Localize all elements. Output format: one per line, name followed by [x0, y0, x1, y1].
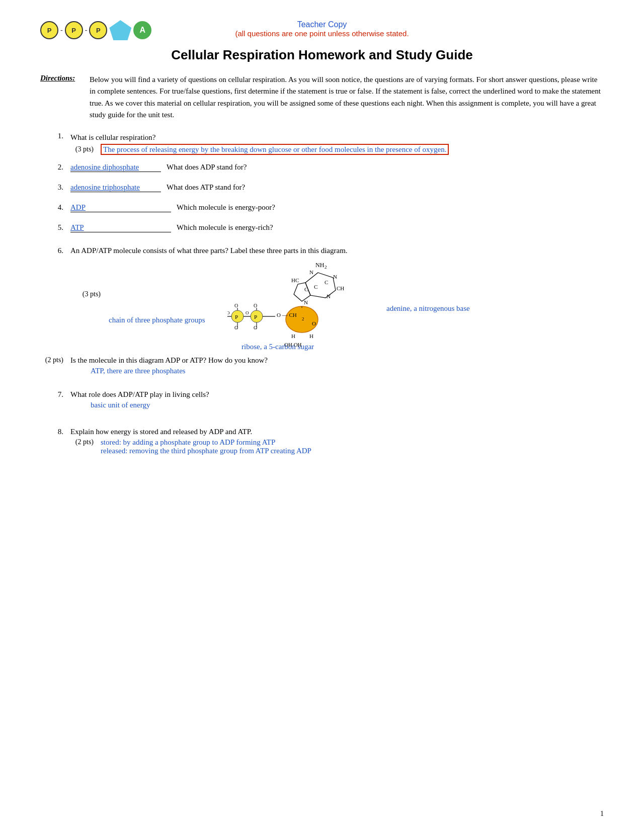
q6-number: 6. [40, 246, 70, 351]
q6sub-text: Is the molecule in this diagram ADP or A… [70, 356, 268, 365]
svg-text:O — CH: O — CH [277, 312, 297, 318]
subtitle-label: (all questions are one point unless othe… [235, 29, 409, 38]
svg-text:H: H [309, 333, 313, 339]
adenine-ring: HC N N N N CH C C C [291, 269, 344, 305]
svg-text:N: N [333, 274, 337, 280]
svg-text:N: N [309, 269, 313, 275]
q1-answer: The process of releasing energy by the b… [101, 145, 449, 154]
teacher-copy-label: Teacher Copy [235, 20, 409, 29]
svg-text:O: O [254, 303, 257, 308]
q2-number: 2. [40, 163, 70, 172]
q4-answer: ADP [70, 203, 171, 212]
q8-pts: (2 pts) [70, 438, 101, 455]
q6sub-answer: ATP, there are three phosphates [70, 367, 268, 375]
q2-content: adenosine diphosphate What does ADP stan… [70, 163, 247, 172]
q1-number: 1. [40, 132, 70, 154]
logo: P - P - P A [40, 20, 151, 40]
q7-text: What role does ADP/ATP play in living ce… [70, 390, 209, 399]
q3-text: What does ATP stand for? [167, 183, 245, 191]
q1-text: What is cellular respiration? [70, 132, 604, 143]
q2-text: What does ADP stand for? [167, 163, 247, 171]
directions-label: Directions: [40, 74, 86, 82]
svg-text:CH: CH [337, 285, 344, 291]
svg-text:2: 2 [302, 316, 304, 321]
q5-answer: ATP [70, 223, 171, 232]
q8-answer: stored: by adding a phosphate group to A… [101, 438, 311, 455]
q1-answer-boxed: The process of releasing energy by the b… [101, 144, 449, 155]
logo-pentagon [109, 20, 131, 40]
question-2: 2. adenosine diphosphate What does ADP s… [40, 163, 604, 172]
svg-text:HC: HC [291, 277, 299, 283]
q7-answer: basic unit of energy [70, 401, 209, 409]
q3-content: adenosine triphosphate What does ATP sta… [70, 183, 245, 192]
q1-content: What is cellular respiration? (3 pts) Th… [70, 132, 604, 154]
q8-answer-line2: released: removing the third phosphate g… [101, 447, 311, 455]
question-4: 4. ADP Which molecule is energy-poor? [40, 203, 604, 212]
question-8: 8. Explain how energy is stored and rele… [40, 428, 604, 455]
directions-block: Directions: Below you will find a variet… [40, 74, 604, 121]
q6-diagram: NH 2 HC N N [227, 260, 378, 353]
q6sub-pts: (2 pts) [40, 356, 70, 375]
logo-p1: P [40, 21, 58, 39]
q4-number: 4. [40, 203, 70, 212]
q6-pts: (3 pts) [70, 260, 101, 298]
svg-text:NH: NH [315, 262, 325, 269]
q6sub-content: Is the molecule in this diagram ADP or A… [70, 356, 268, 375]
svg-text:O: O [234, 303, 238, 308]
svg-text:C: C [304, 286, 308, 292]
q1-answer-row: (3 pts) The process of releasing energy … [70, 145, 604, 154]
q3-number: 3. [40, 183, 70, 192]
q6-content: An ADP/ATP molecule consists of what thr… [70, 246, 470, 351]
atp-molecule-svg: NH 2 HC N N [227, 260, 378, 351]
logo-a: A [133, 21, 151, 39]
q8-number: 8. [40, 428, 70, 455]
q6-diagram-row: (3 pts) chain of three phosphate groups … [70, 260, 470, 353]
directions-text: Below you will find a variety of questio… [90, 74, 604, 121]
q5-text: Which molecule is energy-rich? [177, 223, 273, 231]
svg-text:O: O [246, 310, 249, 315]
page-header: P - P - P A Teacher Copy (all questions … [40, 20, 604, 38]
q5-number: 5. [40, 223, 70, 232]
logo-p2: P [65, 21, 83, 39]
question-3: 3. adenosine triphosphate What does ATP … [40, 183, 604, 192]
question-6-sub: (2 pts) Is the molecule in this diagram … [40, 356, 604, 375]
logo-dash2: - [85, 26, 88, 34]
q8-answer-line1: stored: by adding a phosphate group to A… [101, 438, 311, 447]
header-title-block: Teacher Copy (all questions are one poin… [235, 20, 409, 38]
q6-label-phosphate: chain of three phosphate groups [109, 288, 219, 324]
q1-pts: (3 pts) [70, 145, 101, 154]
svg-text:2: 2 [325, 265, 327, 270]
main-title: Cellular Respiration Homework and Study … [40, 47, 604, 63]
svg-text:O: O [312, 320, 316, 326]
q5-content: ATP Which molecule is energy-rich? [70, 223, 273, 232]
question-1: 1. What is cellular respiration? (3 pts)… [40, 132, 604, 154]
q7-number: 7. [40, 390, 70, 409]
q4-content: ADP Which molecule is energy-poor? [70, 203, 275, 212]
logo-dash1: - [60, 26, 63, 34]
page-number: 1 [600, 810, 604, 818]
svg-text:H: H [291, 333, 295, 339]
question-6: 6. An ADP/ATP molecule consists of what … [40, 246, 604, 351]
question-7: 7. What role does ADP/ATP play in living… [40, 390, 604, 409]
question-5: 5. ATP Which molecule is energy-rich? [40, 223, 604, 232]
svg-text:C: C [325, 279, 328, 285]
svg-text:O: O [227, 310, 230, 315]
logo-p3: P [89, 21, 107, 39]
svg-text:OH  OH: OH OH [284, 342, 302, 348]
q2-answer: adenosine diphosphate [70, 163, 161, 172]
svg-text:P: P [254, 314, 257, 320]
svg-text:N: N [327, 293, 331, 299]
q8-content: Explain how energy is stored and release… [70, 428, 311, 455]
questions-section: 1. What is cellular respiration? (3 pts)… [40, 132, 604, 455]
svg-text:C: C [314, 284, 317, 290]
q8-text: Explain how energy is stored and release… [70, 428, 311, 436]
svg-text:P: P [235, 314, 238, 320]
q8-answer-row: (2 pts) stored: by adding a phosphate gr… [70, 438, 311, 455]
q4-text: Which molecule is energy-poor? [177, 203, 275, 211]
q6-text: An ADP/ATP molecule consists of what thr… [70, 246, 470, 255]
q6-label-adenine: adenine, a nitrogenous base [386, 299, 470, 313]
q3-answer: adenosine triphosphate [70, 183, 161, 192]
q7-content: What role does ADP/ATP play in living ce… [70, 390, 209, 409]
svg-text:N: N [304, 299, 308, 305]
